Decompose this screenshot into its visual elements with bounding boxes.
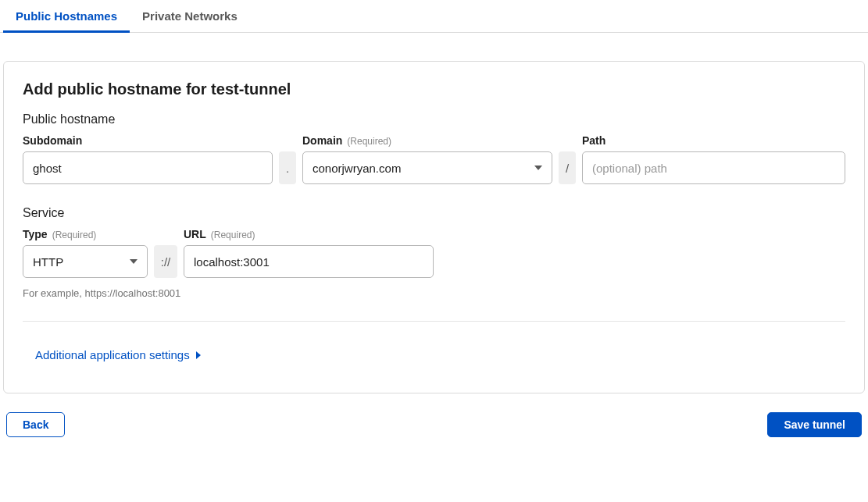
caret-right-icon xyxy=(196,351,201,359)
domain-select[interactable]: conorjwryan.com xyxy=(302,151,552,184)
type-required: (Required) xyxy=(52,230,97,240)
url-label: URL xyxy=(184,228,206,240)
service-row: Type (Required) HTTP :// URL (Required) xyxy=(23,228,845,278)
type-label: Type xyxy=(23,228,48,240)
dot-separator: . xyxy=(279,151,296,184)
subdomain-input[interactable] xyxy=(23,151,273,184)
subdomain-field: Subdomain xyxy=(23,134,273,184)
card-title: Add public hostname for test-tunnel xyxy=(23,80,845,98)
type-value: HTTP xyxy=(33,255,123,269)
additional-settings-toggle[interactable]: Additional application settings xyxy=(23,348,845,361)
service-section-label: Service xyxy=(23,206,845,220)
public-hostname-section-label: Public hostname xyxy=(23,112,845,126)
domain-field: Domain (Required) conorjwryan.com xyxy=(302,134,552,184)
path-label: Path xyxy=(582,134,605,147)
footer: Back Save tunnel xyxy=(0,393,868,440)
domain-label: Domain xyxy=(302,134,342,147)
save-tunnel-button[interactable]: Save tunnel xyxy=(767,412,862,437)
domain-required: (Required) xyxy=(347,136,391,147)
back-button[interactable]: Back xyxy=(6,412,65,437)
tabs: Public Hostnames Private Networks xyxy=(0,0,868,33)
url-field: URL (Required) xyxy=(184,228,434,278)
additional-settings-label: Additional application settings xyxy=(35,348,190,361)
slash-separator: / xyxy=(559,151,576,184)
type-field: Type (Required) HTTP xyxy=(23,228,148,278)
divider xyxy=(23,321,845,322)
hostname-row: Subdomain . Domain (Required) conorjwrya… xyxy=(23,134,845,184)
chevron-down-icon xyxy=(130,259,138,264)
protocol-separator: :// xyxy=(154,245,177,278)
path-input[interactable] xyxy=(582,151,845,184)
path-field: Path xyxy=(582,134,845,184)
domain-value: conorjwryan.com xyxy=(313,162,528,175)
subdomain-label: Subdomain xyxy=(23,134,82,147)
tab-public-hostnames[interactable]: Public Hostnames xyxy=(3,0,130,33)
chevron-down-icon xyxy=(534,166,542,170)
url-required: (Required) xyxy=(211,230,255,240)
url-input[interactable] xyxy=(184,245,434,278)
tab-private-networks[interactable]: Private Networks xyxy=(130,0,250,33)
service-hint: For example, https://localhost:8001 xyxy=(23,287,845,299)
type-select[interactable]: HTTP xyxy=(23,245,148,278)
hostname-card: Add public hostname for test-tunnel Publ… xyxy=(3,61,865,393)
